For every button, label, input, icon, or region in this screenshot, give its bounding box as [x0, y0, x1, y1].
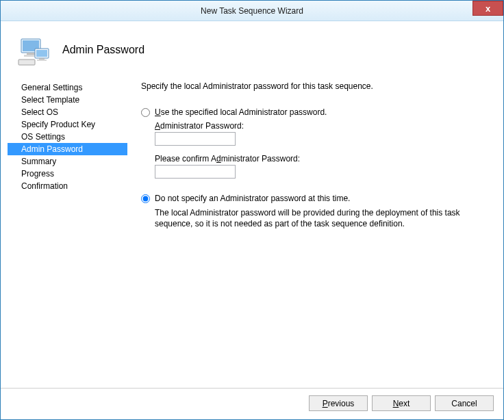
footer: Previous Next Cancel — [1, 388, 503, 419]
next-button[interactable]: Next — [372, 395, 431, 411]
svg-rect-2 — [27, 53, 35, 55]
header: Admin Password — [1, 21, 503, 76]
option-use-specified-label: Use the specified local Administrator pa… — [155, 107, 327, 117]
page-title: Admin Password — [62, 44, 144, 56]
sidebar-item-confirmation[interactable]: Confirmation — [8, 180, 127, 192]
content: Specify the local Administrator password… — [127, 76, 496, 388]
window-title: New Task Sequence Wizard — [201, 6, 303, 16]
help-text: The local Administrator password will be… — [155, 207, 491, 229]
radio-use-specified[interactable] — [141, 108, 150, 117]
svg-rect-5 — [36, 50, 47, 57]
sidebar-item-admin-password[interactable]: Admin Password — [8, 143, 127, 155]
password-fields: Administrator Password: Please confirm A… — [155, 121, 491, 179]
sidebar-item-specify-product-key[interactable]: Specify Product Key — [8, 118, 127, 131]
confirm-password-input[interactable] — [155, 165, 236, 179]
computer-icon — [17, 34, 50, 66]
option-use-specified[interactable]: Use the specified local Administrator pa… — [141, 107, 491, 117]
option-do-not-specify[interactable]: Do not specify an Administrator password… — [141, 194, 491, 203]
close-icon: x — [486, 3, 490, 14]
sidebar-item-select-template[interactable]: Select Template — [8, 94, 127, 106]
cancel-button[interactable]: Cancel — [435, 395, 494, 411]
sidebar-item-select-os[interactable]: Select OS — [8, 106, 127, 118]
sidebar: General SettingsSelect TemplateSelect OS… — [8, 76, 127, 388]
body: General SettingsSelect TemplateSelect OS… — [1, 76, 503, 388]
sidebar-item-progress[interactable]: Progress — [8, 168, 127, 180]
wizard-window: New Task Sequence Wizard x Admin Passwor… — [0, 0, 504, 420]
admin-password-input[interactable] — [155, 132, 236, 146]
admin-password-label: Administrator Password: — [155, 121, 491, 131]
svg-rect-8 — [18, 60, 35, 65]
svg-rect-7 — [37, 60, 47, 61]
option-do-not-specify-label: Do not specify an Administrator password… — [155, 194, 350, 203]
sidebar-item-general-settings[interactable]: General Settings — [8, 81, 127, 94]
titlebar: New Task Sequence Wizard x — [1, 1, 503, 21]
confirm-password-label: Please confirm Administrator Password: — [155, 154, 491, 163]
svg-rect-6 — [39, 58, 45, 60]
previous-button[interactable]: Previous — [309, 395, 368, 411]
sidebar-item-os-settings[interactable]: OS Settings — [8, 131, 127, 143]
radio-do-not-specify[interactable] — [141, 194, 150, 203]
sidebar-item-summary[interactable]: Summary — [8, 155, 127, 168]
close-button[interactable]: x — [473, 1, 503, 16]
instruction-text: Specify the local Administrator password… — [141, 81, 491, 91]
